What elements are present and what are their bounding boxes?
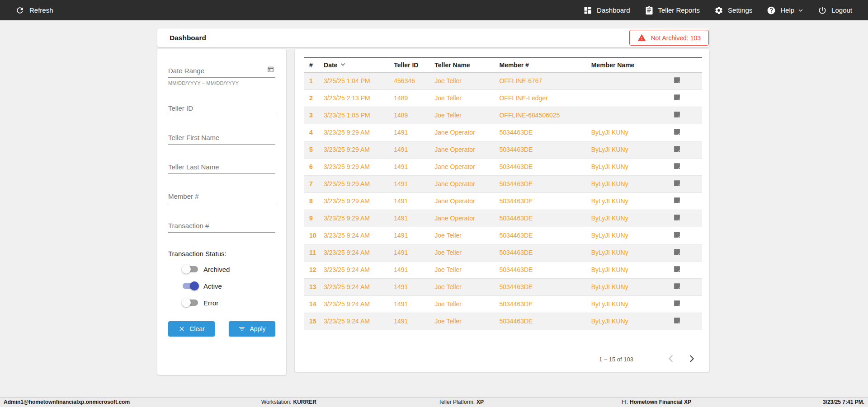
table-row[interactable]: 23/23/25 2:13 PM1489Joe TellerOFFLINE-Le…: [304, 89, 702, 107]
table-row[interactable]: 103/23/25 9:24 AM1491Joe Teller5034463DE…: [304, 227, 702, 244]
table-row[interactable]: 73/23/25 9:29 AM1491Jane Operator5034463…: [304, 175, 702, 192]
note-icon[interactable]: [673, 111, 681, 118]
cell-date: 3/23/25 9:29 AM: [324, 124, 394, 141]
cell-date: 3/23/25 9:24 AM: [324, 227, 394, 244]
error-toggle[interactable]: [183, 299, 198, 306]
col-teller-id[interactable]: Teller ID: [394, 58, 434, 72]
apply-button[interactable]: Apply: [229, 321, 275, 337]
not-archived-badge[interactable]: Not Archived: 103: [629, 30, 709, 46]
filter-panel: MM/DD/YYYY – MM/DD/YYYY Transaction Stat…: [157, 49, 286, 375]
cell-teller-id: 1491: [394, 175, 434, 192]
table-row[interactable]: 43/23/25 9:29 AM1491Jane Operator5034463…: [304, 124, 702, 141]
next-page-button[interactable]: [687, 354, 697, 365]
cell-num: 15: [304, 313, 324, 330]
member-number-input[interactable]: [168, 190, 275, 203]
note-icon[interactable]: [673, 317, 681, 324]
nav-item-logout[interactable]: Logout: [818, 6, 852, 15]
cell-teller-id: 456346: [394, 72, 434, 89]
table-row[interactable]: 123/23/25 9:24 AM1491Joe Teller5034463DE…: [304, 261, 702, 278]
fi-info: FI:Hometown Financial XP: [622, 398, 691, 407]
toggle-row-active: Active: [168, 281, 275, 291]
toggle-row-archived: Archived: [168, 264, 275, 274]
clear-button[interactable]: Clear: [168, 321, 215, 337]
note-icon[interactable]: [673, 196, 681, 204]
field-member-number: [168, 190, 275, 203]
note-icon[interactable]: [673, 128, 681, 136]
cell-member-name: ByLyJI KUNy: [591, 141, 673, 158]
field-date-range: [168, 64, 275, 78]
table-row[interactable]: 113/23/25 9:24 AM1491Joe Teller5034463DE…: [304, 244, 702, 261]
note-icon[interactable]: [673, 162, 681, 170]
cell-member-num: 5034463DE: [499, 124, 591, 141]
row-icon-cell: [673, 278, 702, 295]
active-toggle[interactable]: [183, 283, 198, 289]
note-icon[interactable]: [673, 214, 681, 221]
table-row[interactable]: 93/23/25 9:29 AM1491Jane Operator5034463…: [304, 210, 702, 227]
date-range-input[interactable]: [168, 64, 275, 78]
table-row[interactable]: 143/23/25 9:24 AM1491Joe Teller5034463DE…: [304, 295, 702, 313]
table-row[interactable]: 13/25/25 1:04 PM456346Joe TellerOFFLINE-…: [304, 72, 702, 89]
teller-platform-info: Teller Platform:XP: [439, 398, 484, 407]
note-icon[interactable]: [673, 248, 681, 256]
nav-item-settings[interactable]: Settings: [714, 6, 752, 15]
status-toggles: ArchivedActiveError: [168, 264, 275, 308]
previous-page-button[interactable]: [666, 354, 676, 365]
table-row[interactable]: 133/23/25 9:24 AM1491Joe Teller5034463DE…: [304, 278, 702, 295]
teller-id-input[interactable]: [168, 102, 275, 115]
date-picker-button[interactable]: [267, 65, 274, 75]
cell-teller-name: Jane Operator: [434, 175, 499, 192]
table-row[interactable]: 53/23/25 9:29 AM1491Jane Operator5034463…: [304, 141, 702, 158]
cell-date: 3/25/25 1:04 PM: [324, 72, 394, 89]
cell-teller-id: 1491: [394, 124, 434, 141]
note-icon[interactable]: [673, 299, 681, 307]
teller-last-name-input[interactable]: [168, 160, 275, 174]
table-row[interactable]: 63/23/25 9:29 AM1491Jane Operator5034463…: [304, 158, 702, 175]
row-icon-cell: [673, 141, 702, 158]
cell-member-num: OFFLINE-6767: [499, 72, 591, 89]
nav-item-help[interactable]: Help: [767, 6, 803, 15]
power-icon: [818, 6, 827, 15]
transaction-number-input[interactable]: [168, 219, 275, 233]
cell-member-name: ByLyJI KUNy: [591, 313, 673, 330]
row-icon-cell: [673, 261, 702, 278]
table-row[interactable]: 83/23/25 9:29 AM1491Jane Operator5034463…: [304, 192, 702, 210]
nav-item-teller-reports[interactable]: Teller Reports: [645, 6, 700, 15]
note-icon[interactable]: [673, 179, 681, 187]
refresh-button[interactable]: Refresh: [15, 6, 53, 15]
note-icon[interactable]: [673, 94, 681, 101]
table-row[interactable]: 33/23/25 1:05 PM1489Joe TellerOFFLINE-68…: [304, 107, 702, 124]
teller-reports-icon: [645, 6, 654, 15]
cell-member-num: OFFLINE-684506025: [499, 107, 591, 124]
col-member-name[interactable]: Member Name: [591, 58, 673, 72]
status-timestamp: 3/23/25 7:41 PM.: [823, 398, 864, 407]
col-teller-name[interactable]: Teller Name: [434, 58, 499, 72]
cell-date: 3/23/25 1:05 PM: [324, 107, 394, 124]
note-icon[interactable]: [673, 231, 681, 239]
cell-num: 5: [304, 141, 324, 158]
row-icon-cell: [673, 158, 702, 175]
row-icon-cell: [673, 313, 702, 330]
nav-item-dashboard[interactable]: Dashboard: [583, 6, 630, 15]
note-icon[interactable]: [673, 265, 681, 273]
nav-item-label: Teller Reports: [658, 6, 700, 14]
field-transaction-number: [168, 219, 275, 233]
archived-toggle[interactable]: [183, 266, 198, 272]
col-member-num[interactable]: Member #: [499, 58, 591, 72]
cell-member-num: 5034463DE: [499, 244, 591, 261]
note-icon[interactable]: [673, 76, 681, 84]
note-icon[interactable]: [673, 145, 681, 153]
chevron-left-icon: [666, 354, 676, 364]
nav-item-label: Dashboard: [597, 6, 630, 14]
cell-member-num: 5034463DE: [499, 278, 591, 295]
transaction-status-label: Transaction Status:: [168, 250, 275, 257]
note-icon[interactable]: [673, 282, 681, 290]
refresh-icon: [15, 6, 24, 15]
nav-right: DashboardTeller ReportsSettingsHelpLogou…: [583, 6, 852, 15]
table-row[interactable]: 153/23/25 9:24 AM1491Joe Teller5034463DE…: [304, 313, 702, 330]
col-date[interactable]: Date: [324, 58, 394, 72]
toggle-label: Archived: [203, 266, 230, 273]
field-teller-id: [168, 102, 275, 115]
pagination-range-label: 1 – 15 of 103: [599, 356, 633, 363]
teller-first-name-input[interactable]: [168, 131, 275, 145]
col-num[interactable]: #: [304, 58, 324, 72]
